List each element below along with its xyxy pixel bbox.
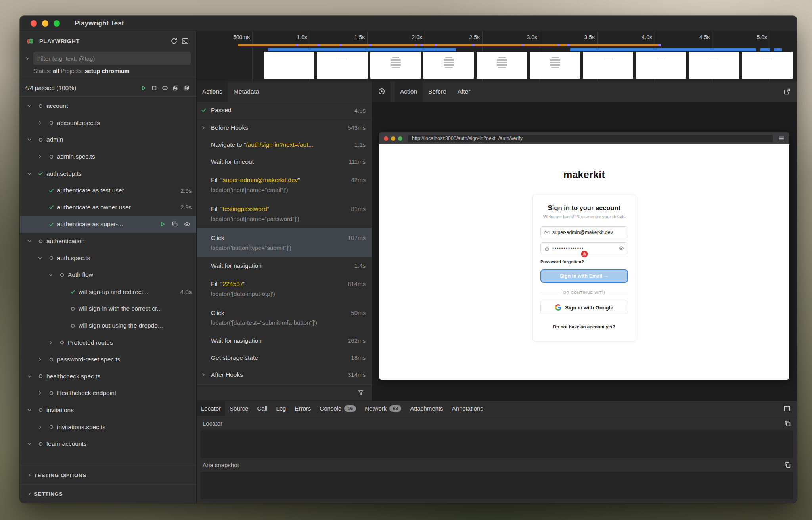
film-strip-thumbnail[interactable]: [636, 52, 686, 79]
sidebar-section-testing-options[interactable]: TESTING OPTIONS: [20, 466, 196, 484]
expand-all-button[interactable]: [181, 83, 192, 93]
chevron-down-icon[interactable]: [24, 407, 35, 413]
no-account-link[interactable]: Do not have an account yet?: [540, 324, 628, 329]
filter-actions-icon[interactable]: [355, 388, 366, 398]
film-strip-thumbnail[interactable]: [689, 52, 739, 79]
tree-item[interactable]: authenticate as owner user2.9s: [20, 199, 196, 216]
tree-item[interactable]: will sign-up and redirect...4.0s: [20, 284, 196, 301]
action-row[interactable]: Wait for timeout111ms: [197, 153, 372, 170]
tab-attachments[interactable]: Attachments: [406, 401, 447, 416]
chevron-down-icon[interactable]: [24, 374, 35, 379]
copy-test-icon[interactable]: [170, 219, 179, 230]
chevron-right-icon[interactable]: [34, 390, 46, 396]
chevron-down-icon[interactable]: [24, 171, 35, 177]
tab-locator[interactable]: Locator: [197, 401, 225, 416]
chevron-down-icon[interactable]: [24, 137, 35, 142]
film-strip-thumbnail[interactable]: [423, 52, 474, 79]
run-all-button[interactable]: [138, 83, 149, 93]
action-row[interactable]: Fill "super-admin@makerkit.dev"42mslocat…: [197, 170, 372, 199]
run-test-button[interactable]: [158, 219, 167, 230]
chevron-down-icon[interactable]: [45, 272, 56, 278]
film-strip-thumbnail[interactable]: [583, 52, 633, 79]
chevron-right-icon[interactable]: [25, 56, 33, 61]
chevron-right-icon[interactable]: [34, 154, 46, 159]
tab-log[interactable]: Log: [272, 401, 290, 416]
tab-network[interactable]: Network83: [360, 401, 406, 416]
action-row[interactable]: Fill "testingpassword"81mslocator('input…: [197, 199, 372, 228]
tree-item[interactable]: healthcheck.spec.ts: [20, 368, 196, 385]
tab-actions[interactable]: Actions: [197, 81, 228, 102]
chevron-down-icon[interactable]: [24, 238, 35, 244]
split-view-icon[interactable]: [783, 401, 797, 416]
film-strip-thumbnail[interactable]: [317, 52, 368, 79]
tab-after[interactable]: After: [452, 81, 476, 102]
terminal-icon[interactable]: [180, 36, 191, 47]
action-row[interactable]: Wait for navigation262ms: [197, 332, 372, 349]
email-field[interactable]: super-admin@makerkit.dev: [540, 226, 628, 238]
password-forgotten-link[interactable]: Password forgotten?: [540, 259, 628, 264]
action-row[interactable]: Click50mslocator('[data-test="submit-mfa…: [197, 303, 372, 332]
tree-item[interactable]: authenticate as super-...: [20, 216, 196, 233]
sidebar-section-settings[interactable]: SETTINGS: [20, 484, 196, 503]
minimize-window-button[interactable]: [42, 20, 48, 27]
film-strip-thumbnail[interactable]: [370, 52, 421, 79]
tree-item[interactable]: Auth flow: [20, 267, 196, 284]
tree-item[interactable]: authenticate as test user2.9s: [20, 182, 196, 199]
tree-item[interactable]: invitations.spec.ts: [20, 418, 196, 436]
action-row[interactable]: Before Hooks543ms: [197, 119, 372, 136]
watch-test-button[interactable]: [183, 219, 192, 230]
tree-item[interactable]: admin: [20, 131, 196, 148]
zoom-window-button[interactable]: [54, 20, 60, 27]
tab-errors[interactable]: Errors: [290, 401, 315, 416]
tree-item[interactable]: password-reset.spec.ts: [20, 351, 196, 368]
tree-item[interactable]: auth.spec.ts: [20, 249, 196, 267]
chevron-down-icon[interactable]: [24, 441, 35, 447]
tree-item[interactable]: auth.setup.ts: [20, 165, 196, 182]
action-row[interactable]: Wait for navigation1.4s: [197, 257, 372, 274]
chevron-right-icon[interactable]: [34, 424, 46, 430]
locator-editor[interactable]: [201, 431, 793, 458]
close-window-button[interactable]: [31, 20, 37, 27]
tree-item[interactable]: account: [20, 98, 196, 115]
open-external-icon[interactable]: [783, 81, 797, 102]
tree-item[interactable]: will sign out using the dropdo...: [20, 317, 196, 334]
action-row[interactable]: Get storage state18ms: [197, 349, 372, 366]
film-strip-thumbnail[interactable]: [264, 52, 314, 79]
tab-console[interactable]: Console16: [315, 401, 360, 416]
show-password-icon[interactable]: [619, 246, 624, 251]
sign-in-google-button[interactable]: Sign in with Google: [540, 301, 628, 314]
copy-locator-icon[interactable]: [784, 420, 791, 427]
tree-item[interactable]: Healthcheck endpoint: [20, 385, 196, 402]
tree-item[interactable]: authentication: [20, 233, 196, 250]
action-status-row[interactable]: Passed4.9s: [197, 102, 372, 119]
tree-item[interactable]: team-accounts: [20, 436, 196, 453]
action-row[interactable]: Navigate to "/auth/sign-in?next=/aut...1…: [197, 136, 372, 153]
tab-source[interactable]: Source: [225, 401, 253, 416]
filter-input[interactable]: [33, 52, 191, 65]
tab-annotations[interactable]: Annotations: [448, 401, 488, 416]
tab-call[interactable]: Call: [253, 401, 272, 416]
action-row[interactable]: Click107mslocator('button[type="submit"]…: [197, 228, 372, 257]
tree-item[interactable]: Protected routes: [20, 334, 196, 351]
chevron-right-icon[interactable]: [201, 125, 211, 130]
chevron-down-icon[interactable]: [24, 103, 35, 109]
tab-before[interactable]: Before: [423, 81, 452, 102]
film-strip-thumbnail[interactable]: [530, 52, 580, 79]
password-field[interactable]: ••••••••••••••: [540, 242, 628, 254]
film-strip-thumbnail[interactable]: [742, 52, 793, 79]
tab-metadata[interactable]: Metadata: [228, 81, 265, 102]
chevron-right-icon[interactable]: [34, 120, 46, 126]
timeline-strip[interactable]: 500ms1.0s1.5s2.0s2.5s3.0s3.5s4.0s4.5s5.0…: [197, 31, 797, 81]
refresh-icon[interactable]: [169, 36, 180, 47]
pick-locator-target-icon[interactable]: [372, 81, 391, 102]
copy-aria-icon[interactable]: [784, 462, 791, 468]
sign-in-email-button[interactable]: Sign in with Email →: [540, 269, 628, 283]
chevron-down-icon[interactable]: [34, 255, 46, 261]
film-strip-thumbnail[interactable]: [477, 52, 527, 79]
chevron-right-icon[interactable]: [201, 372, 211, 378]
collapse-all-button[interactable]: [170, 83, 181, 93]
chevron-right-icon[interactable]: [45, 340, 56, 345]
tree-item[interactable]: invitations: [20, 402, 196, 419]
chevron-right-icon[interactable]: [34, 357, 46, 362]
stop-button[interactable]: [149, 83, 159, 93]
